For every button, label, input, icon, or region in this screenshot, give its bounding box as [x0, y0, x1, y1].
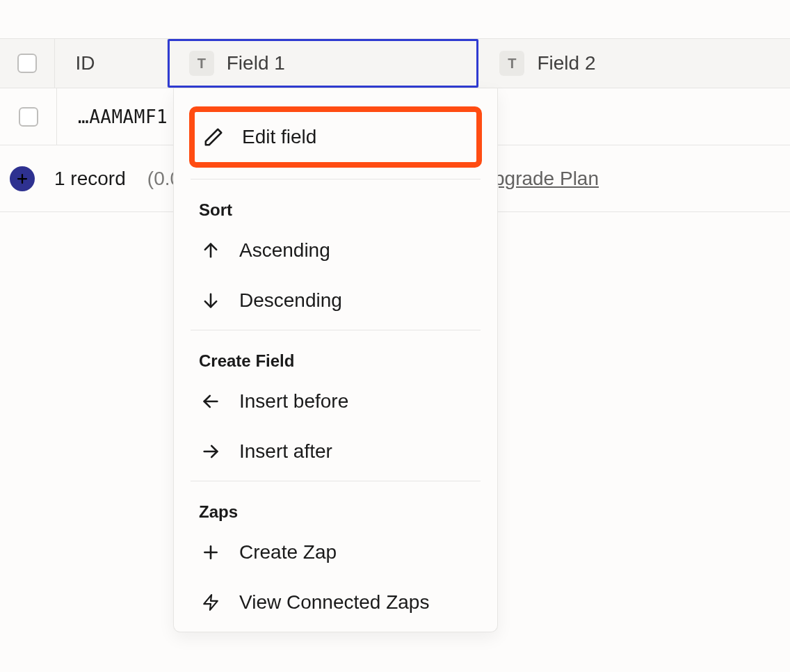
menu-divider: [191, 481, 481, 481]
menu-item-edit-field[interactable]: Edit field: [189, 106, 482, 168]
menu-section-sort: Sort: [174, 184, 497, 225]
cell-id-value: …AAMAMF1: [78, 106, 168, 127]
text-type-icon: T: [499, 51, 524, 76]
select-row-cell: [0, 88, 57, 145]
menu-item-insert-before[interactable]: Insert before: [191, 376, 481, 426]
column-header-id-label: ID: [76, 52, 95, 74]
select-all-checkbox[interactable]: [17, 54, 37, 73]
record-count-text: 1 record: [54, 168, 126, 189]
column-header-field1[interactable]: T Field 1: [168, 39, 479, 88]
column-context-menu: Edit field Sort Ascending Descending Cre…: [173, 88, 498, 632]
menu-item-edit-field-label: Edit field: [242, 126, 316, 148]
menu-item-create-zap[interactable]: Create Zap: [191, 527, 481, 577]
menu-item-view-connected-zaps[interactable]: View Connected Zaps: [191, 577, 481, 627]
select-row-checkbox[interactable]: [19, 107, 38, 127]
column-header-field2-label: Field 2: [537, 52, 595, 74]
arrow-down-icon: [200, 290, 221, 311]
menu-section-create-field: Create Field: [174, 335, 497, 376]
plus-icon: [200, 542, 221, 563]
arrow-right-icon: [200, 441, 221, 462]
pencil-icon: [203, 127, 224, 147]
record-count: 1 record (0.0: [54, 168, 181, 190]
lightning-icon: [200, 592, 221, 613]
text-type-icon: T: [189, 51, 214, 76]
table-header-row: ID T Field 1 T Field 2: [0, 38, 790, 88]
menu-section-zaps: Zaps: [174, 486, 497, 527]
cell-id[interactable]: …AAMAMF1: [57, 88, 174, 145]
column-header-field2[interactable]: T Field 2: [478, 39, 790, 88]
menu-item-sort-descending-label: Descending: [239, 289, 342, 312]
add-record-button[interactable]: [10, 166, 35, 191]
menu-item-sort-ascending-label: Ascending: [239, 239, 330, 262]
menu-item-insert-before-label: Insert before: [239, 390, 348, 413]
menu-item-view-connected-zaps-label: View Connected Zaps: [239, 591, 429, 614]
column-header-field1-label: Field 1: [227, 52, 285, 74]
menu-item-insert-after[interactable]: Insert after: [191, 426, 481, 477]
menu-divider: [191, 330, 481, 330]
menu-item-sort-descending[interactable]: Descending: [191, 275, 481, 326]
arrow-left-icon: [200, 391, 221, 412]
menu-item-sort-ascending[interactable]: Ascending: [191, 225, 481, 275]
plus-icon: [16, 173, 29, 185]
menu-divider: [191, 179, 481, 179]
upgrade-plan-link[interactable]: pgrade Plan: [494, 168, 599, 190]
svg-marker-8: [204, 595, 218, 610]
column-header-id[interactable]: ID: [55, 39, 168, 88]
menu-item-insert-after-label: Insert after: [239, 440, 332, 463]
menu-item-create-zap-label: Create Zap: [239, 541, 337, 563]
arrow-up-icon: [200, 240, 221, 261]
select-all-cell: [0, 39, 55, 88]
